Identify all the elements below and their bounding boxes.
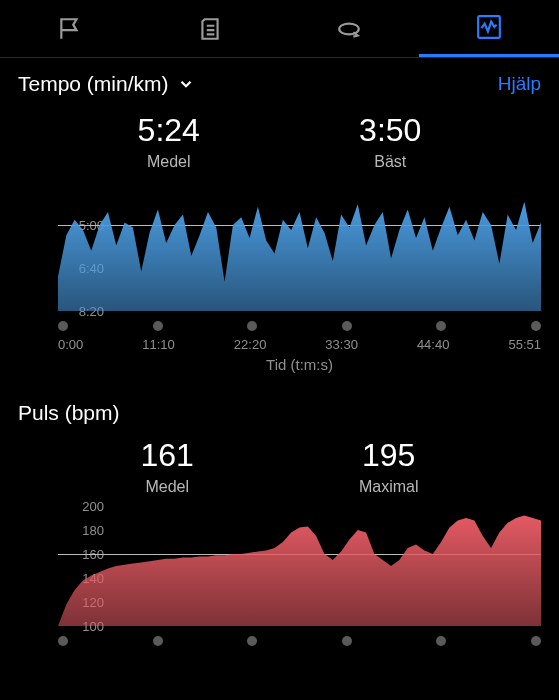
time-dot[interactable] <box>531 636 541 646</box>
list-icon <box>197 16 223 42</box>
time-dot[interactable] <box>531 321 541 331</box>
puls-chart <box>58 506 541 626</box>
time-dot[interactable] <box>342 321 352 331</box>
tempo-best-value: 3:50 <box>359 112 421 149</box>
tempo-time-dots <box>58 311 541 331</box>
tempo-best-stat: 3:50 Bäst <box>359 112 421 171</box>
time-dot[interactable] <box>153 321 163 331</box>
tempo-xlabel: Tid (t:m:s) <box>58 356 541 373</box>
tempo-plot[interactable] <box>58 181 541 311</box>
tab-details[interactable] <box>140 0 280 57</box>
tempo-chart <box>58 181 541 311</box>
tempo-title-dropdown[interactable]: Tempo (min/km) <box>18 72 195 96</box>
tempo-xtick: 55:51 <box>508 337 541 352</box>
chevron-down-icon <box>177 75 195 93</box>
puls-avg-stat: 161 Medel <box>141 437 194 496</box>
puls-section: 161 Medel 195 Maximal <box>0 431 559 506</box>
time-dot[interactable] <box>247 321 257 331</box>
time-dot[interactable] <box>58 636 68 646</box>
tempo-xtick: 0:00 <box>58 337 83 352</box>
time-dot[interactable] <box>247 636 257 646</box>
puls-stats: 161 Medel 195 Maximal <box>18 431 541 506</box>
puls-max-stat: 195 Maximal <box>359 437 419 496</box>
tempo-best-label: Bäst <box>359 153 421 171</box>
puls-max-value: 195 <box>359 437 419 474</box>
puls-time-dots <box>58 626 541 646</box>
help-link[interactable]: Hjälp <box>498 73 541 95</box>
tempo-section: Tempo (min/km) Hjälp 5:24 Medel 3:50 Bäs… <box>0 58 559 181</box>
time-dot[interactable] <box>153 636 163 646</box>
tempo-xticks: 0:00 11:10 22:20 33:30 44:40 55:51 <box>58 337 541 352</box>
tempo-avg-stat: 5:24 Medel <box>138 112 200 171</box>
tempo-xtick: 33:30 <box>325 337 358 352</box>
tempo-xtick: 11:10 <box>142 337 175 352</box>
tab-charts[interactable] <box>419 0 559 57</box>
activity-icon <box>476 14 502 40</box>
tab-bar <box>0 0 559 58</box>
puls-avg-value: 161 <box>141 437 194 474</box>
tab-splits[interactable] <box>0 0 140 57</box>
tempo-title: Tempo (min/km) <box>18 72 169 96</box>
time-dot[interactable] <box>58 321 68 331</box>
puls-avg-label: Medel <box>141 478 194 496</box>
puls-plot[interactable] <box>58 506 541 626</box>
tempo-xtick: 22:20 <box>234 337 267 352</box>
time-dot[interactable] <box>436 636 446 646</box>
tempo-stats: 5:24 Medel 3:50 Bäst <box>18 106 541 181</box>
tab-laps[interactable] <box>280 0 420 57</box>
tempo-header: Tempo (min/km) Hjälp <box>18 72 541 96</box>
puls-title: Puls (bpm) <box>0 401 559 425</box>
tempo-avg-label: Medel <box>138 153 200 171</box>
tempo-xtick: 44:40 <box>417 337 450 352</box>
tempo-avg-value: 5:24 <box>138 112 200 149</box>
time-dot[interactable] <box>436 321 446 331</box>
tempo-chart-zone: 5:00 6:40 8:20 0:00 11:10 22:20 33:30 44… <box>0 181 559 373</box>
puls-chart-zone: 200 180 160 140 120 100 <box>0 506 559 646</box>
puls-max-label: Maximal <box>359 478 419 496</box>
loop-icon <box>336 16 362 42</box>
flag-icon <box>57 16 83 42</box>
time-dot[interactable] <box>342 636 352 646</box>
